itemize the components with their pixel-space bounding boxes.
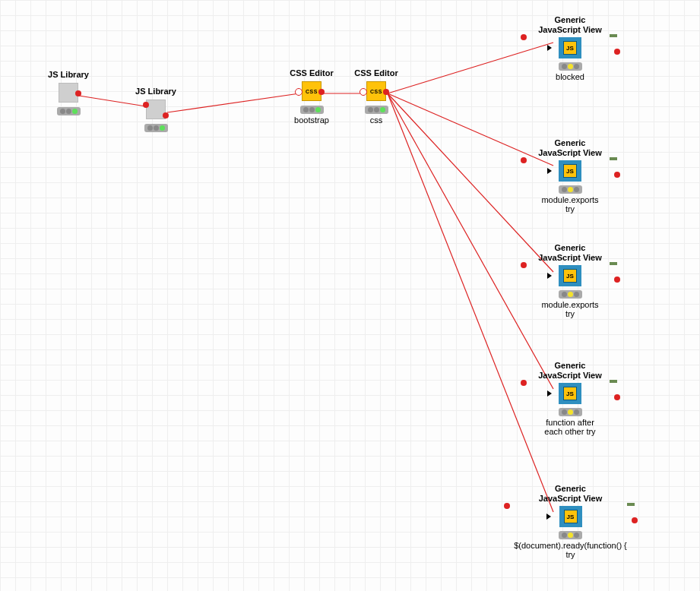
icon-text: CSS	[306, 89, 318, 94]
status-yellow	[559, 531, 582, 539]
status-green	[57, 107, 81, 115]
workflow-canvas[interactable]: JS Library JS Library CSS Editor CSS	[0, 0, 700, 591]
node-label: CSS Editor	[331, 68, 422, 78]
node-label: Generic JavaScript View	[524, 15, 616, 35]
status-yellow	[559, 185, 582, 194]
icon-text: CSS	[370, 89, 382, 94]
node-jsview-5[interactable]: Generic JavaScript View JS $(document).r…	[508, 484, 633, 559]
jsview-icon: JS	[559, 37, 581, 58]
node-jsview-4[interactable]: Generic JavaScript View JS function afte…	[524, 361, 616, 436]
node-jslib-2[interactable]: JS Library	[110, 87, 201, 132]
icon-text: JS	[566, 273, 574, 280]
status-yellow	[559, 62, 582, 71]
status-yellow	[559, 290, 582, 299]
jsview-icon: JS	[559, 160, 581, 182]
jsview-icon: JS	[559, 383, 581, 404]
status-green	[300, 106, 324, 114]
status-green	[144, 124, 168, 132]
status-green	[365, 106, 388, 114]
icon-text: JS	[566, 390, 574, 397]
node-jsview-3[interactable]: Generic JavaScript View JS module.export…	[524, 243, 616, 318]
jslib-icon	[59, 83, 78, 103]
jsview-icon: JS	[559, 265, 581, 286]
node-label: Generic JavaScript View	[524, 243, 616, 263]
node-caption: function after each other try	[524, 418, 616, 436]
node-caption: module.exports try	[524, 195, 616, 213]
node-caption: module.exports try	[524, 300, 616, 318]
node-jsview-2[interactable]: Generic JavaScript View JS module.export…	[524, 138, 616, 213]
status-yellow	[559, 408, 582, 416]
icon-text: JS	[567, 514, 575, 520]
node-label: JS Library	[110, 87, 201, 96]
icon-text: JS	[566, 45, 574, 52]
node-label: Generic JavaScript View	[524, 361, 616, 381]
node-caption: $(document).ready(function() { try	[508, 541, 633, 559]
node-jsview-1[interactable]: Generic JavaScript View JS blocked	[524, 15, 616, 81]
node-label: JS Library	[23, 70, 114, 80]
jsview-icon: JS	[559, 506, 582, 527]
css-icon: CSS	[366, 81, 386, 101]
node-jslib-1[interactable]: JS Library	[23, 70, 114, 115]
node-caption: blocked	[524, 72, 616, 81]
node-label: Generic JavaScript View	[524, 138, 616, 158]
node-css-2[interactable]: CSS Editor CSS css	[331, 68, 422, 125]
css-icon: CSS	[302, 81, 321, 101]
node-label: Generic JavaScript View	[508, 484, 633, 504]
icon-text: JS	[566, 168, 574, 175]
node-caption: css	[331, 115, 422, 125]
jslib-icon	[146, 100, 166, 119]
